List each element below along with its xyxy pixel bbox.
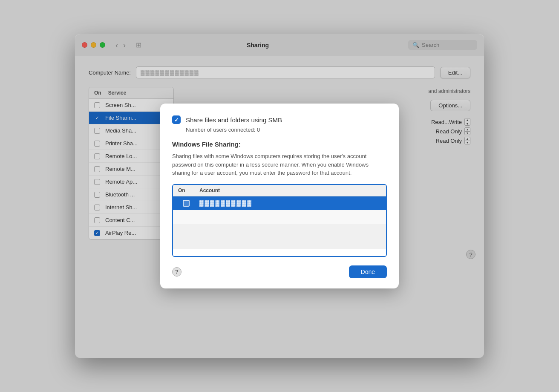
account-name: ▓▓▓▓▓▓▓▓▓▓: [199, 200, 253, 206]
account-row-selected[interactable]: ▓▓▓▓▓▓▓▓▓▓: [173, 196, 386, 210]
wfs-title: Windows File Sharing:: [172, 141, 387, 148]
smb-checkbox[interactable]: [172, 115, 181, 124]
wfs-description: Sharing files with some Windows computer…: [172, 152, 387, 177]
table-col-account: Account: [199, 187, 381, 193]
connected-users: Number of users connected: 0: [186, 127, 387, 133]
modal-help-circle[interactable]: ?: [172, 267, 182, 277]
modal-footer: ? Done: [172, 265, 387, 278]
smb-modal: Share files and folders using SMB Number…: [160, 104, 399, 288]
account-table-body: ▓▓▓▓▓▓▓▓▓▓: [173, 196, 386, 256]
account-table: On Account ▓▓▓▓▓▓▓▓▓▓: [172, 184, 387, 257]
account-placeholder-1: [173, 210, 386, 224]
account-checkbox-cell: [178, 200, 194, 207]
smb-label: Share files and folders using SMB: [186, 116, 282, 124]
macos-window: ‹ › ⊞ Sharing 🔍 Computer Name: ▓▓▓▓▓▓▓▓▓…: [75, 34, 484, 358]
smb-row: Share files and folders using SMB: [172, 115, 387, 124]
table-col-on: On: [178, 187, 199, 193]
done-button[interactable]: Done: [349, 265, 387, 278]
account-checkbox[interactable]: [183, 200, 190, 207]
modal-overlay: Share files and folders using SMB Number…: [75, 34, 484, 358]
account-table-header: On Account: [173, 185, 386, 196]
account-placeholder-2: [173, 224, 386, 249]
